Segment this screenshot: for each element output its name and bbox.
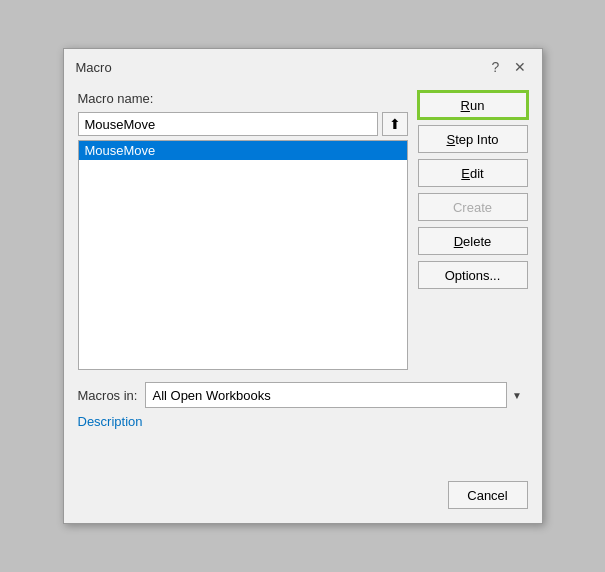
description-label: Description <box>78 414 528 429</box>
macro-name-row: ⬆ <box>78 112 408 136</box>
cancel-button[interactable]: Cancel <box>448 481 528 509</box>
delete-button[interactable]: Delete <box>418 227 528 255</box>
macros-in-label: Macros in: <box>78 388 138 403</box>
options-button[interactable]: Options... <box>418 261 528 289</box>
macro-name-label: Macro name: <box>78 91 408 106</box>
macros-in-select[interactable]: All Open Workbooks This Workbook <box>145 382 527 408</box>
right-panel: Run Step Into Edit Create Delete Options… <box>418 91 528 289</box>
description-text <box>78 435 528 465</box>
title-bar: Macro ? ✕ <box>64 49 542 81</box>
macros-in-row: Macros in: All Open Workbooks This Workb… <box>78 382 528 408</box>
close-button[interactable]: ✕ <box>510 57 530 77</box>
edit-label: Edit <box>461 166 483 181</box>
step-into-label: Step Into <box>446 132 498 147</box>
footer-row: Cancel <box>78 481 528 509</box>
list-item-name: MouseMove <box>85 143 156 158</box>
dialog-body: Macro name: ⬆ MouseMove Run <box>64 81 542 523</box>
upload-button[interactable]: ⬆ <box>382 112 408 136</box>
macro-dialog: Macro ? ✕ Macro name: ⬆ MouseMove <box>63 48 543 524</box>
main-row: Macro name: ⬆ MouseMove Run <box>78 91 528 370</box>
create-label: Create <box>453 200 492 215</box>
upload-icon: ⬆ <box>389 116 401 132</box>
run-button[interactable]: Run <box>418 91 528 119</box>
macros-in-select-wrapper: All Open Workbooks This Workbook ▼ <box>145 382 527 408</box>
run-label: Run <box>461 98 485 113</box>
bottom-section: Macros in: All Open Workbooks This Workb… <box>78 382 528 465</box>
macro-list[interactable]: MouseMove <box>78 140 408 370</box>
delete-label: Delete <box>454 234 492 249</box>
step-into-button[interactable]: Step Into <box>418 125 528 153</box>
dialog-title-area: Macro <box>76 60 112 75</box>
left-panel: Macro name: ⬆ MouseMove <box>78 91 408 370</box>
options-label: Options... <box>445 268 501 283</box>
list-item[interactable]: MouseMove <box>79 141 407 160</box>
help-button[interactable]: ? <box>486 57 506 77</box>
dialog-title: Macro <box>76 60 112 75</box>
edit-button[interactable]: Edit <box>418 159 528 187</box>
macro-name-input[interactable] <box>78 112 378 136</box>
title-bar-controls: ? ✕ <box>486 57 530 77</box>
create-button[interactable]: Create <box>418 193 528 221</box>
